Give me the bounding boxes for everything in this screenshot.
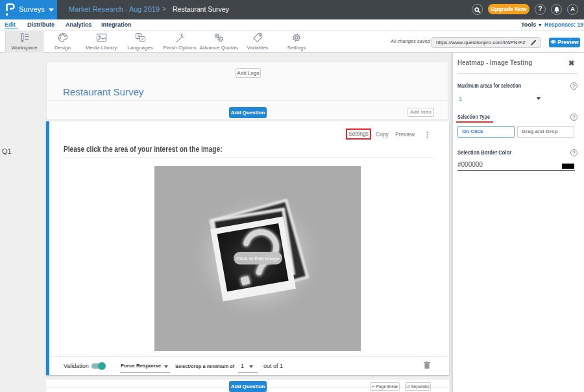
svg-text:Click to Edit Image: Click to Edit Image [236, 256, 280, 262]
